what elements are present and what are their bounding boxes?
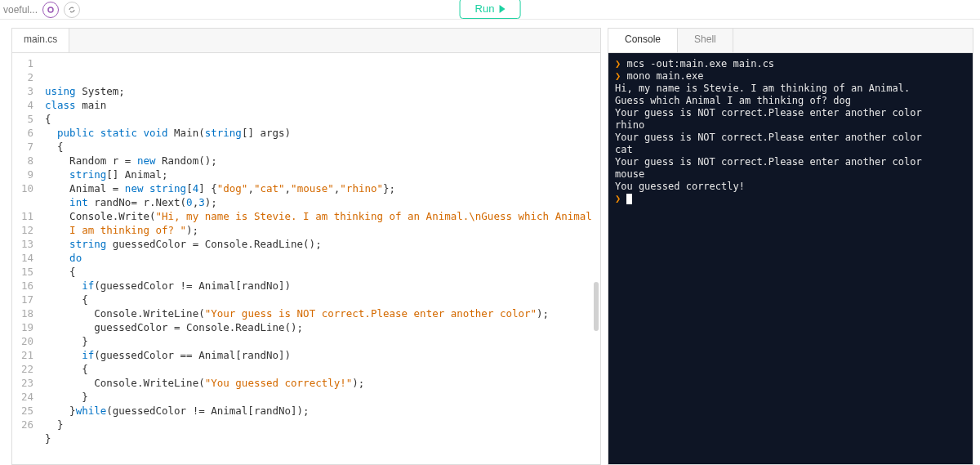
project-crumb: voeful... [0,2,80,18]
settings-icon[interactable] [42,2,59,18]
console-cursor [626,194,632,204]
run-button[interactable]: Run [460,0,521,19]
run-label: Run [475,2,495,15]
file-tab-bar: main.cs [12,29,600,53]
editor-panel: main.cs 12345678910111213141516171819202… [11,28,601,465]
output-panel: Console Shell ❯ mcs -out:main.exe main.c… [608,28,973,465]
console-output[interactable]: ❯ mcs -out:main.exe main.cs ❯ mono main.… [608,53,973,464]
tab-console[interactable]: Console [608,29,678,52]
project-name: voeful... [3,4,38,16]
top-toolbar: voeful... Run [0,0,980,20]
output-tab-bar: Console Shell [608,29,973,53]
line-gutter: 1234567891011121314151617181920212223242… [12,53,40,464]
svg-point-0 [48,7,53,12]
refresh-icon[interactable] [64,2,80,18]
editor-scrollbar[interactable] [594,282,599,331]
code-area[interactable]: using System;class main{ public static v… [40,53,600,464]
play-icon [499,5,505,13]
file-tab-main[interactable]: main.cs [12,29,69,52]
code-editor[interactable]: 1234567891011121314151617181920212223242… [12,53,600,464]
tab-shell[interactable]: Shell [678,29,733,52]
